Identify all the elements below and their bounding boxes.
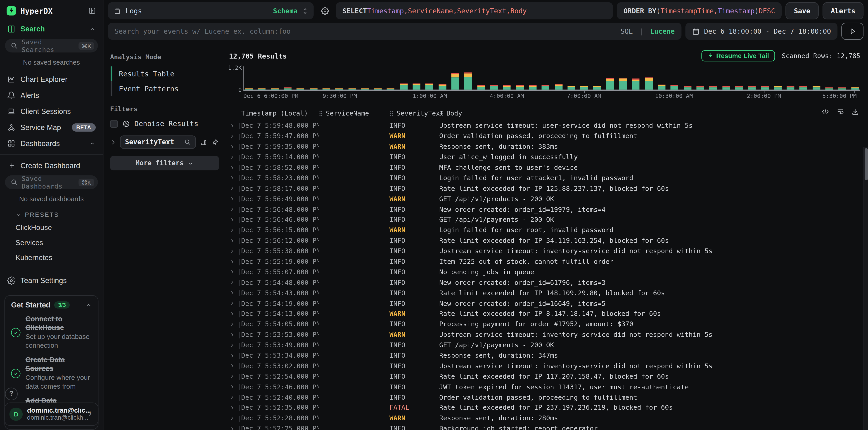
get-started-step-sources[interactable]: Create Data Sources Configure where your… [11, 356, 92, 391]
chart-bar[interactable] [555, 84, 562, 90]
chevron-up-icon[interactable] [89, 26, 96, 32]
sidebar-item-service-map[interactable]: Service Map BETA [0, 119, 103, 135]
table-row[interactable]: |Dec 7 5:56:12.000 PMINFORate limit exce… [229, 235, 860, 246]
column-header-timestamp[interactable]: Timestamp (Local) [241, 109, 318, 117]
run-query-button[interactable] [841, 23, 864, 40]
chart-bar[interactable] [335, 88, 343, 90]
table-row[interactable]: |Dec 7 5:56:46.000 PMINFOGET /api/v1/pay… [229, 214, 860, 225]
chart-bar[interactable] [786, 86, 794, 90]
mode-results-table[interactable]: Results Table [111, 66, 219, 81]
table-row[interactable]: |Dec 7 5:52:46.000 PMINFOJWT token expir… [229, 382, 860, 392]
chart-bar[interactable] [735, 86, 743, 90]
expand-row-icon[interactable] [230, 291, 234, 296]
table-row[interactable]: |Dec 7 5:54:13.000 PMWARNRate limit exce… [229, 308, 860, 319]
sidebar-item-alerts[interactable]: Alerts [0, 87, 103, 103]
resume-live-tail-button[interactable]: Resume Live Tail [701, 51, 775, 62]
table-row[interactable]: |Dec 7 5:52:25.000 PMINFOBackground job … [229, 424, 860, 430]
chart-bar[interactable] [271, 88, 279, 90]
expand-row-icon[interactable] [230, 269, 234, 274]
expand-row-icon[interactable] [230, 186, 234, 191]
sidebar-item-client-sessions[interactable]: Client Sessions [0, 103, 103, 119]
column-header-body[interactable]: Body [439, 109, 860, 117]
table-row[interactable]: |Dec 7 5:58:52.000 PMINFOMFA challenge s… [229, 162, 860, 173]
chart-bar[interactable] [477, 85, 485, 90]
expand-row-icon[interactable] [230, 207, 234, 212]
expand-row-icon[interactable] [230, 134, 234, 139]
expand-row-icon[interactable] [230, 426, 234, 430]
expand-row-icon[interactable] [230, 280, 234, 285]
expand-row-icon[interactable] [230, 332, 234, 337]
table-row[interactable]: |Dec 7 5:53:02.000 PMINFOUpstream servic… [229, 361, 860, 371]
more-filters-button[interactable]: More filters [110, 156, 219, 170]
chart-bar[interactable] [490, 85, 498, 90]
chart-bar[interactable] [297, 88, 304, 90]
expand-row-icon[interactable] [230, 364, 234, 368]
chart-bar[interactable] [800, 86, 807, 90]
expand-row-icon[interactable] [230, 175, 234, 180]
preset-clickhouse[interactable]: ClickHouse [0, 220, 103, 235]
facet-chart-icon[interactable] [200, 138, 207, 146]
table-row[interactable]: |Dec 7 5:54:19.000 PMINFONew order creat… [229, 298, 860, 308]
help-button[interactable]: ? [5, 388, 18, 400]
chart-bar[interactable] [245, 88, 253, 90]
wrap-lines-icon[interactable] [837, 108, 844, 115]
table-row[interactable]: |Dec 7 5:52:40.000 PMINFOOrder validatio… [229, 392, 860, 403]
presets-toggle[interactable]: PRESETS [0, 208, 103, 220]
table-row[interactable]: |Dec 7 5:54:43.000 PMINFORate limit exce… [229, 288, 860, 298]
chart-bar[interactable] [348, 88, 356, 90]
denoise-results-toggle[interactable]: Denoise Results [110, 119, 219, 128]
table-row[interactable]: |Dec 7 5:59:48.000 PMINFOUpstream servic… [229, 121, 860, 131]
chart-bar[interactable] [580, 86, 588, 90]
sidebar-item-chart-explorer[interactable]: Chart Explorer [0, 71, 103, 88]
chart-bar[interactable] [284, 88, 291, 90]
pin-icon[interactable] [211, 138, 219, 146]
table-row[interactable]: |Dec 7 5:54:48.000 PMINFONew order creat… [229, 277, 860, 288]
alerts-button[interactable]: Alerts [823, 2, 864, 20]
chart-bar[interactable] [258, 88, 266, 90]
download-icon[interactable] [851, 108, 859, 115]
expand-row-icon[interactable] [230, 301, 234, 306]
table-row[interactable]: |Dec 7 5:53:49.000 PMINFOGET /api/v1/pay… [229, 340, 860, 351]
source-select[interactable]: Logs Schema [108, 2, 314, 20]
chevron-up-icon[interactable] [85, 302, 92, 308]
table-row[interactable]: |Dec 7 5:59:47.000 PMWARNOrder validatio… [229, 131, 860, 141]
collapse-sidebar-icon[interactable] [88, 6, 96, 15]
chart-bar[interactable] [593, 86, 601, 90]
table-row[interactable]: |Dec 7 5:56:48.000 PMINFONew order creat… [229, 204, 860, 214]
expand-row-icon[interactable] [230, 311, 234, 316]
user-profile-card[interactable]: D dominic.tran@clic... dominic.tran@clic… [4, 402, 99, 426]
chart-bar[interactable] [438, 84, 446, 90]
table-row[interactable]: |Dec 7 5:56:49.000 PMWARNGET /api/v1/pro… [229, 194, 860, 204]
drag-handle-icon[interactable] [439, 110, 444, 117]
chart-bar[interactable] [619, 78, 627, 90]
get-started-step-connect[interactable]: Connect to ClickHouse Set up your databa… [11, 315, 92, 350]
expand-row-icon[interactable] [230, 322, 234, 327]
table-row[interactable]: |Dec 7 5:52:54.000 PMINFORate limit exce… [229, 371, 860, 382]
expand-row-icon[interactable] [230, 353, 234, 358]
chevron-up-icon[interactable] [89, 140, 96, 147]
chart-bar[interactable] [709, 86, 717, 90]
create-dashboard-button[interactable]: Create Dashboard [0, 158, 103, 174]
orderby-clause-input[interactable]: ORDER BY (TimestampTime, Timestamp) DESC [617, 2, 782, 20]
chart-bar[interactable] [632, 79, 640, 90]
table-row[interactable]: |Dec 7 5:56:15.000 PMWARNLogin failed fo… [229, 225, 860, 235]
expand-row-icon[interactable] [230, 405, 234, 410]
drag-handle-icon[interactable] [319, 110, 323, 117]
table-row[interactable]: |Dec 7 5:55:07.000 PMINFONo pending jobs… [229, 267, 860, 277]
chart-bar[interactable] [503, 85, 511, 90]
table-row[interactable]: |Dec 7 5:52:35.000 PMFATALRate limit exc… [229, 403, 860, 413]
chart-bar[interactable] [374, 88, 382, 90]
column-header-severitytext[interactable]: SeverityText [390, 109, 439, 117]
chart-bar[interactable] [812, 86, 820, 90]
table-row[interactable]: |Dec 7 5:58:23.000 PMINFOLogin failed fo… [229, 173, 860, 183]
preset-services[interactable]: Services [0, 235, 103, 250]
column-header-servicename[interactable]: ServiceName [319, 109, 390, 117]
expand-row-icon[interactable] [230, 249, 234, 254]
expand-row-icon[interactable] [230, 374, 234, 379]
denoise-checkbox[interactable] [110, 120, 118, 128]
chart-bar[interactable] [387, 88, 395, 90]
chart-bar[interactable] [464, 72, 472, 90]
drag-handle-icon[interactable] [390, 110, 394, 117]
expand-row-icon[interactable] [230, 196, 234, 201]
expand-row-icon[interactable] [230, 395, 234, 400]
